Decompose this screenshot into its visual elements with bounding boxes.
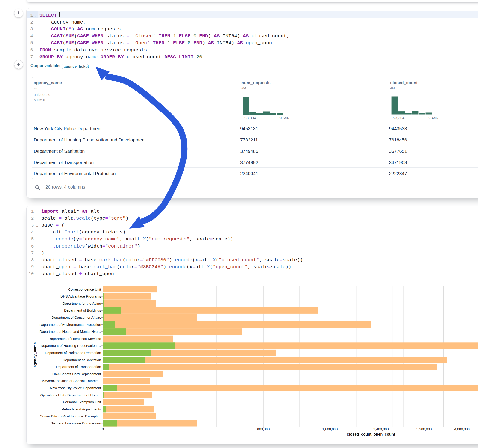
svg-text:closed_count, open_count: closed_count, open_count bbox=[347, 432, 395, 436]
svg-text:Correspondence Unit: Correspondence Unit bbox=[68, 287, 101, 291]
svg-text:DHS Advantage Programs: DHS Advantage Programs bbox=[60, 294, 101, 298]
svg-text:4,000,000: 4,000,000 bbox=[454, 427, 470, 431]
svg-text:Department of Buildings: Department of Buildings bbox=[64, 308, 101, 312]
svg-text:Senior Citizen Rent Increase E: Senior Citizen Rent Increase Exempti… bbox=[40, 414, 101, 418]
svg-text:Taxi and Limousine Commission: Taxi and Limousine Commission bbox=[51, 421, 101, 425]
svg-text:HRA Benefit Card Replacement: HRA Benefit Card Replacement bbox=[52, 372, 101, 376]
svg-text:Department of Environmental Pr: Department of Environmental Protection bbox=[39, 323, 101, 327]
svg-text:Department of Parks and Recrea: Department of Parks and Recreation bbox=[45, 351, 101, 355]
svg-text:800,000: 800,000 bbox=[257, 427, 270, 431]
svg-text:Department of Health and Menta: Department of Health and Mental Hyg… bbox=[39, 330, 101, 333]
svg-text:Department of Homeless Service: Department of Homeless Services bbox=[48, 337, 101, 341]
svg-text:3,200,000: 3,200,000 bbox=[416, 427, 432, 431]
svg-text:Mayorâ€ s Office of Special E: Mayorâ€ s Office of Special Enforce… bbox=[42, 379, 101, 383]
svg-text:2,400,000: 2,400,000 bbox=[373, 427, 389, 431]
svg-text:1,600,000: 1,600,000 bbox=[322, 427, 338, 431]
svg-text:Department of Transportation: Department of Transportation bbox=[56, 365, 101, 369]
svg-text:Department of Housing Preserva: Department of Housing Preservation … bbox=[41, 344, 101, 348]
svg-text:New York City Police Departmen: New York City Police Department bbox=[50, 386, 101, 390]
svg-text:Operations Unit - Department o: Operations Unit - Department of Hom… bbox=[40, 393, 101, 397]
svg-text:Department of Sanitation: Department of Sanitation bbox=[63, 358, 101, 362]
svg-text:agency_name: agency_name bbox=[33, 342, 37, 367]
svg-text:Department for the Aging: Department for the Aging bbox=[63, 301, 101, 305]
svg-text:Refunds and Adjustments: Refunds and Adjustments bbox=[62, 407, 101, 411]
svg-text:Department of Consumer Affairs: Department of Consumer Affairs bbox=[52, 316, 101, 319]
svg-text:0: 0 bbox=[102, 427, 104, 431]
svg-text:Personal Exemption Unit: Personal Exemption Unit bbox=[63, 400, 101, 404]
